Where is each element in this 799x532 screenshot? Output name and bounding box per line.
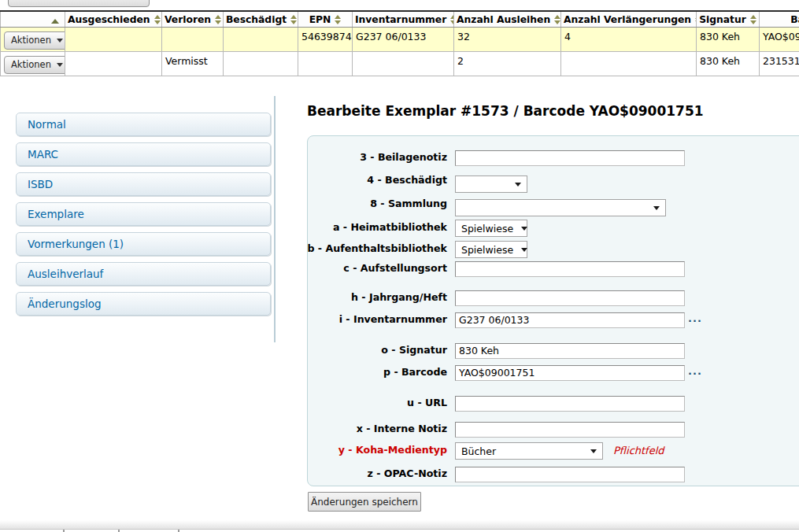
cell-beschaedigt [224,28,298,52]
cell-epn [298,52,353,76]
form-field-row: p - Barcode ... [308,364,799,383]
caret-down-icon [57,63,63,67]
aufstellungsort-input[interactable] [455,261,685,277]
column-label: EPN [309,14,331,25]
column-header-epn[interactable]: EPN [298,11,353,28]
table-row: Aktionen Vermisst 2 830 Keh 2315315 [1,52,799,76]
cell-anzahl-ausleihen: 2 [454,52,561,76]
field-label: 3 - Beilagenotiz [281,151,447,163]
beschaedigt-select[interactable] [455,175,527,193]
tab-isbd[interactable]: ISBD [16,172,271,196]
tab-normal[interactable]: Normal [16,113,271,136]
field-label: o - Signatur [281,344,447,356]
field-label: b - Aufenthaltsbibliothek [281,242,447,254]
dropdown-arrow-icon [653,206,660,210]
table-header-row: Ausgeschieden Verloren Beschädigt EPN In… [1,11,799,28]
field-label-required: y - Koha-Medientyp [281,444,447,456]
form-field-row: i - Inventarnummer ... [308,312,799,331]
heimatbibliothek-select[interactable]: Spielwiese [455,220,527,237]
column-header-anzahl-verlaengerungen[interactable]: Anzahl Verlängerungen [561,11,697,28]
sammlung-select[interactable] [455,199,666,216]
field-label: a - Heimatbibliothek [281,221,447,233]
signatur-input[interactable] [455,343,685,359]
koha-medientyp-select[interactable]: Bücher [455,442,603,460]
cell-inventarnummer [353,52,454,76]
cell-barcode: 2315315 [760,52,799,76]
select-value: Spielwiese [461,244,513,256]
sort-icon [154,15,161,24]
save-button[interactable]: Änderungen speichern [308,492,421,512]
cell-signatur: 830 Keh [697,28,760,52]
tab-marc[interactable]: MARC [16,142,271,166]
form-field-row: c - Aufstellungsort [308,260,799,279]
barcode-input[interactable] [455,365,685,381]
column-header-verloren[interactable]: Verloren [162,11,224,28]
page-title: Bearbeite Exemplar #1573 / Barcode YAO$0… [307,103,704,119]
items-table: Ausgeschieden Verloren Beschädigt EPN In… [0,10,799,76]
sort-icon [290,15,297,24]
cell-barcode: YAO$09001751 [760,28,799,52]
field-label: z - OPAC-Notiz [281,467,447,479]
actions-button[interactable]: Aktionen [4,56,65,74]
dropdown-arrow-icon [515,183,521,187]
url-input[interactable] [455,396,685,412]
cell-beschaedigt [224,52,298,76]
cell-anzahl-ausleihen: 32 [454,28,561,52]
field-label: i - Inventarnummer [281,313,447,325]
dropdown-arrow-icon [521,227,527,231]
actions-button[interactable]: Aktionen [4,31,65,50]
column-header-barcode[interactable]: Barcode [760,11,799,28]
inventarnummer-input[interactable] [455,312,685,328]
cell-anzahl-verlaengerungen: 4 [561,28,697,52]
column-label: Verloren [165,14,211,25]
jahrgang-heft-input[interactable] [455,290,685,306]
field-label: c - Aufstellungsort [281,262,447,274]
beilagenotiz-input[interactable] [455,150,685,166]
field-label: h - Jahrgang/Heft [281,291,447,303]
cell-epn: 54639874X [298,28,353,52]
field-label: 8 - Sammlung [281,198,447,209]
plugin-launcher-link[interactable]: ... [688,315,702,323]
plugin-launcher-link[interactable]: ... [688,368,702,375]
sidebar-divider [274,96,276,342]
cell-ausgeschieden [65,28,162,52]
tab-aenderungslog[interactable]: Änderungslog [16,292,271,316]
column-header-anzahl-ausleihen[interactable]: Anzahl Ausleihen [454,11,561,28]
actions-button-label: Aktionen [11,35,51,46]
interne-notiz-input[interactable] [455,422,685,438]
form-field-row: a - Heimatbibliothek Spielwiese [308,220,799,238]
field-label: u - URL [281,397,447,408]
select-value: Bücher [461,445,496,457]
column-header-beschaedigt[interactable]: Beschädigt [224,11,298,28]
tab-ausleihverlauf[interactable]: Ausleihverlauf [16,262,271,286]
footer-divider [0,520,799,530]
actions-cell: Aktionen [1,52,65,76]
edit-item-form: 3 - Beilagenotiz 4 - Beschädigt 8 - Samm… [307,135,799,486]
form-field-row: b - Aufenthaltsbibliothek Spielwiese [308,241,799,260]
column-header-signatur[interactable]: Signatur [697,11,760,28]
aufenthaltsbibliothek-select[interactable]: Spielwiese [455,241,527,258]
column-label: Anzahl Verlängerungen [564,14,691,25]
column-header-inventarnummer[interactable]: Inventarnummer [353,11,454,28]
column-header-ausgeschieden[interactable]: Ausgeschieden [65,11,162,28]
required-field-note: Pflichtfeld [613,445,664,456]
cell-verloren: Vermisst [162,52,224,76]
actions-button-label: Aktionen [11,59,51,70]
column-label: Signatur [699,14,746,25]
cell-signatur: 830 Keh [697,52,760,76]
field-label: 4 - Beschädigt [281,174,447,186]
form-field-row: 3 - Beilagenotiz [308,150,799,168]
column-label: Inventarnummer [355,14,446,25]
tab-vormerkungen[interactable]: Vormerkungen (1) [16,232,271,256]
cell-anzahl-verlaengerungen [561,52,697,76]
tab-exemplare[interactable]: Exemplare [16,202,271,226]
cell-ausgeschieden [65,52,162,76]
form-field-row: z - OPAC-Notiz [308,466,799,485]
column-header-actions[interactable] [1,11,65,28]
opac-notiz-input[interactable] [455,467,685,482]
partial-top-button[interactable] [8,0,150,7]
cell-inventarnummer: G237 06/0133 [353,28,454,52]
sort-icon [215,15,221,24]
field-label: x - Interne Notiz [281,423,447,434]
column-label: Ausgeschieden [68,14,150,25]
